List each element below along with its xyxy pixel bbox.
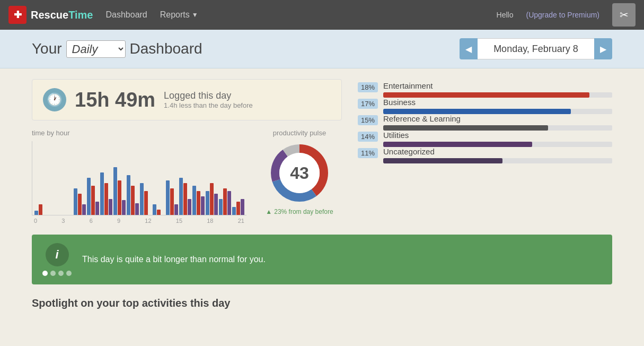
nav-reports-link[interactable]: Reports <box>160 10 190 20</box>
x-label-6: 6 <box>90 218 93 224</box>
bar-blue <box>179 178 183 215</box>
pulse-change-text: 23% from day before <box>274 208 333 215</box>
bar-blue <box>74 188 77 215</box>
bar-red <box>223 188 227 215</box>
logged-label: Logged this day <box>164 90 253 101</box>
logo-icon: ✚ <box>8 6 27 24</box>
bar-red <box>197 191 200 215</box>
logo-text: RescueTime <box>31 9 93 21</box>
pulse-number: 43 <box>290 163 309 183</box>
up-arrow-icon: ▲ <box>266 208 272 215</box>
cat-info: Utilities <box>383 131 612 147</box>
bar-purple <box>82 204 86 215</box>
period-select[interactable]: Daily Weekly Monthly <box>66 40 126 58</box>
category-row-2[interactable]: 15% Reference & Learning <box>358 114 612 131</box>
nav-tools-button[interactable]: ✂ <box>612 3 636 27</box>
cat-pct-badge: 17% <box>358 99 378 109</box>
bar-purple <box>214 194 218 215</box>
logo-time: Time <box>68 9 93 21</box>
pulse-label: productivity pulse <box>257 129 342 137</box>
cat-bar-bg <box>383 125 612 131</box>
bar-blue <box>140 183 144 215</box>
cat-name: Business <box>383 98 612 107</box>
cat-info: Uncategorized <box>383 147 612 163</box>
nav-logo: ✚ RescueTime <box>8 6 93 24</box>
x-label-18: 18 <box>207 218 213 224</box>
dot-3[interactable] <box>58 271 64 276</box>
category-row-0[interactable]: 18% Entertainment <box>358 81 612 98</box>
x-label-0: 0 <box>34 218 37 224</box>
bar-blue <box>100 172 104 215</box>
cat-pct-badge: 11% <box>358 148 378 158</box>
dot-2[interactable] <box>50 271 56 276</box>
cat-pct-badge: 18% <box>358 82 378 92</box>
right-panel: 18% Entertainment 17% Business 15% Refer… <box>358 79 612 224</box>
cat-bar-bg <box>383 92 612 98</box>
cat-bar-bg <box>383 142 612 147</box>
bar-blue <box>34 211 38 215</box>
reports-dropdown-arrow[interactable]: ▼ <box>192 11 198 19</box>
category-row-1[interactable]: 17% Business <box>358 98 612 114</box>
bar-group-12 <box>192 186 205 215</box>
categories-container: 18% Entertainment 17% Business 15% Refer… <box>358 81 612 163</box>
bar-group-4 <box>87 178 99 215</box>
prev-date-button[interactable]: ◀ <box>460 38 478 59</box>
bar-group-0 <box>34 204 47 215</box>
bar-group-9 <box>153 204 165 215</box>
bar-chart <box>32 141 246 215</box>
bar-group-15 <box>232 199 244 215</box>
dot-4[interactable] <box>66 271 72 276</box>
cat-name: Reference & Learning <box>383 114 612 123</box>
bar-group-13 <box>206 183 218 215</box>
nav-dashboard-link[interactable]: Dashboard <box>105 10 147 20</box>
bar-purple <box>135 203 139 215</box>
cat-bar-bg <box>383 158 612 163</box>
bar-blue <box>219 199 223 215</box>
logged-box: 🕐 15h 49m Logged this day 1.4h less than… <box>32 79 342 120</box>
nav-hello: Hello <box>497 11 514 19</box>
bar-red <box>210 183 214 215</box>
bar-purple <box>122 200 126 215</box>
bar-blue <box>166 180 170 215</box>
bar-red <box>236 202 240 215</box>
nav-upgrade-link[interactable]: (Upgrade to Premium) <box>526 11 600 19</box>
logged-info: Logged this day 1.4h less than the day b… <box>164 90 253 109</box>
chart-area: time by hour <box>32 129 342 224</box>
info-banner: i This day is quite a bit longer than no… <box>32 235 612 284</box>
category-row-3[interactable]: 14% Utilities <box>358 131 612 147</box>
bar-purple <box>227 191 231 215</box>
bar-blue <box>87 178 91 215</box>
x-label-9: 9 <box>117 218 120 224</box>
cat-bar-bg <box>383 109 612 114</box>
logged-time: 15h 49m <box>75 89 155 111</box>
cat-name: Utilities <box>383 131 612 140</box>
bar-group-11 <box>179 178 191 215</box>
spotlight-section: Spotlight on your top activities this da… <box>32 297 612 309</box>
chart-label: time by hour <box>32 129 246 137</box>
x-label-12: 12 <box>145 218 151 224</box>
clock-icon: 🕐 <box>43 88 66 111</box>
time-by-hour-chart: time by hour <box>32 129 246 224</box>
left-panel: 🕐 15h 49m Logged this day 1.4h less than… <box>32 79 342 224</box>
tools-icon: ✂ <box>620 8 629 21</box>
bar-group-7 <box>127 175 139 215</box>
bar-blue <box>206 191 209 215</box>
banner-text: This day is quite a bit longer than norm… <box>82 255 266 264</box>
bar-red <box>78 194 82 215</box>
x-label-3: 3 <box>61 218 65 224</box>
bar-purple <box>188 199 191 215</box>
bar-red <box>39 204 42 215</box>
date-display: Monday, February 8 <box>478 38 594 59</box>
bar-red <box>144 191 148 215</box>
next-date-button[interactable]: ▶ <box>594 38 612 59</box>
dot-1[interactable] <box>42 271 48 276</box>
bar-red <box>131 186 135 215</box>
productivity-pulse: productivity pulse <box>257 129 342 224</box>
bar-red <box>104 183 108 215</box>
cat-info: Entertainment <box>383 81 612 98</box>
category-row-4[interactable]: 11% Uncategorized <box>358 147 612 163</box>
cat-bar-fill <box>383 158 502 163</box>
bar-purple <box>201 196 205 215</box>
bar-blue <box>127 175 130 215</box>
bar-purple <box>241 199 244 215</box>
